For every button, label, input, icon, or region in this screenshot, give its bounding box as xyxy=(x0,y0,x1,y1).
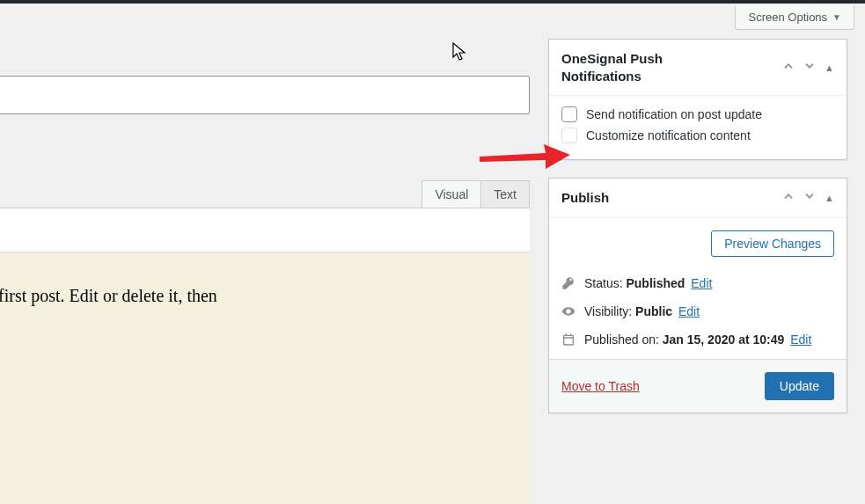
status-label: Status: xyxy=(584,276,623,290)
publish-date-row: Published on: Jan 15, 2020 at 10:49 Edit xyxy=(549,325,847,359)
edit-status-link[interactable]: Edit xyxy=(691,276,712,290)
move-up-icon[interactable] xyxy=(782,60,795,75)
admin-topbar xyxy=(0,0,865,4)
onesignal-title: OneSignal Push Notifications xyxy=(561,50,702,84)
onesignal-send-row[interactable]: Send notification on post update xyxy=(561,106,834,122)
move-to-trash-link[interactable]: Move to Trash xyxy=(561,379,640,393)
edit-visibility-link[interactable]: Edit xyxy=(678,304,700,318)
publish-visibility-row: Visibility: Public Edit xyxy=(549,297,847,325)
publish-header: Publish ▲ xyxy=(549,179,847,218)
checkbox-icon[interactable] xyxy=(561,106,577,122)
onesignal-header: OneSignal Push Notifications ▲ xyxy=(549,40,847,96)
onesignal-postbox: OneSignal Push Notifications ▲ Send noti… xyxy=(548,39,847,160)
tab-visual[interactable]: Visual xyxy=(422,180,481,208)
screen-options-toggle[interactable]: Screen Options ▼ xyxy=(735,5,854,30)
visibility-label: Visibility: xyxy=(584,304,632,318)
calendar-icon xyxy=(561,332,575,347)
status-value: Published xyxy=(626,276,685,290)
toggle-icon[interactable]: ▲ xyxy=(825,193,834,203)
published-on-label: Published on: xyxy=(584,332,659,347)
preview-changes-button[interactable]: Preview Changes xyxy=(711,230,834,257)
post-title-input[interactable] xyxy=(0,76,530,114)
publish-postbox: Publish ▲ Preview Changes Status: Publis… xyxy=(548,178,847,413)
published-on-value: Jan 15, 2020 at 10:49 xyxy=(663,332,785,347)
editor-tabs: Visual Text xyxy=(0,180,530,208)
visibility-value: Public xyxy=(635,304,672,318)
editor-content[interactable]: first post. Edit or delete it, then xyxy=(0,252,530,504)
chevron-down-icon: ▼ xyxy=(832,12,841,22)
move-up-icon[interactable] xyxy=(782,190,795,205)
move-down-icon[interactable] xyxy=(803,190,816,205)
screen-options-label: Screen Options xyxy=(748,11,827,24)
publish-status-row: Status: Published Edit xyxy=(549,269,847,297)
onesignal-send-label: Send notification on post update xyxy=(586,107,762,121)
onesignal-customize-label: Customize notification content xyxy=(586,128,751,142)
tab-text[interactable]: Text xyxy=(480,180,530,208)
key-icon xyxy=(561,276,575,290)
move-down-icon[interactable] xyxy=(803,60,816,75)
editor-toolbar xyxy=(0,208,530,252)
onesignal-customize-row[interactable]: Customize notification content xyxy=(561,128,834,143)
eye-icon xyxy=(561,304,575,318)
publish-title: Publish xyxy=(561,189,609,207)
checkbox-icon[interactable] xyxy=(561,128,577,143)
edit-date-link[interactable]: Edit xyxy=(790,332,811,347)
update-button[interactable]: Update xyxy=(765,372,834,400)
toggle-icon[interactable]: ▲ xyxy=(825,62,834,73)
